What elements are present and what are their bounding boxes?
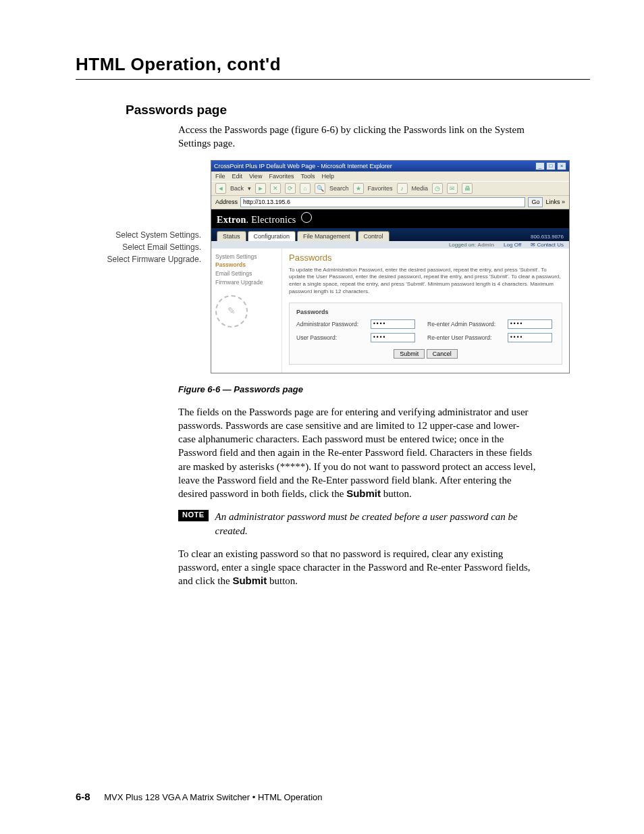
cancel-button[interactable]: Cancel xyxy=(427,349,458,359)
favorites-icon[interactable]: ★ xyxy=(353,183,364,194)
tab-status[interactable]: Status xyxy=(217,231,246,241)
divider xyxy=(76,79,590,80)
admin-password-re-field[interactable] xyxy=(508,319,552,329)
note-text: An administrator password must be create… xyxy=(215,510,536,538)
submit-bold-1: Submit xyxy=(346,488,381,499)
intro-paragraph: Access the Passwords page (figure 6-6) b… xyxy=(178,123,536,151)
paragraph-2: To clear an existing password so that no… xyxy=(178,547,536,588)
figure-caption: Figure 6-6 — Passwords page xyxy=(178,384,590,394)
contact-link[interactable]: Contact Us xyxy=(537,242,564,248)
sidebar-item-passwords[interactable]: Passwords xyxy=(215,261,277,269)
admin-password-field[interactable] xyxy=(371,319,415,329)
note: NOTE An administrator password must be c… xyxy=(178,510,536,538)
tab-configuration[interactable]: Configuration xyxy=(248,231,296,241)
sub-bar: Logged on: Admin Log Off ✉ Contact Us xyxy=(211,241,569,249)
tab-file-management[interactable]: File Management xyxy=(297,231,356,241)
callout-firmware-upgrade: Select Firmware Upgrade. xyxy=(76,253,201,265)
figure-callouts: Select System Settings. Select Email Set… xyxy=(76,229,201,265)
user-password-re-field[interactable] xyxy=(508,333,552,342)
menu-view[interactable]: View xyxy=(249,173,262,180)
mail-icon[interactable]: ✉ xyxy=(447,183,458,194)
submit-bold-2: Submit xyxy=(232,575,267,586)
menu-bar: File Edit View Favorites Tools Help xyxy=(211,172,569,181)
admin-password-label: Administrator Password: xyxy=(296,321,361,328)
minimize-icon[interactable]: _ xyxy=(535,162,545,170)
tab-control[interactable]: Control xyxy=(358,231,390,241)
address-label: Address xyxy=(215,199,238,205)
menu-file[interactable]: File xyxy=(215,173,225,180)
maximize-icon[interactable]: □ xyxy=(546,162,556,170)
links-label[interactable]: Links » xyxy=(545,199,565,205)
browser-window: CrossPoint Plus IP Default Web Page - Mi… xyxy=(211,160,570,373)
menu-tools[interactable]: Tools xyxy=(300,173,315,180)
footer: 6-8 MVX Plus 128 VGA A Matrix Switcher •… xyxy=(76,791,323,803)
print-icon[interactable]: 🖶 xyxy=(462,183,473,194)
refresh-icon[interactable]: ⟳ xyxy=(285,183,296,194)
section-title: Passwords page xyxy=(126,103,590,118)
note-badge: NOTE xyxy=(178,510,209,521)
menu-edit[interactable]: Edit xyxy=(232,173,243,180)
brand-bar: Extron. Electronics xyxy=(211,209,569,228)
passwords-panel: Passwords Administrator Password: Re-ent… xyxy=(289,303,562,365)
sidebar: System Settings Passwords Email Settings… xyxy=(211,249,282,373)
address-input[interactable] xyxy=(240,197,525,207)
figure: Select System Settings. Select Email Set… xyxy=(76,160,590,373)
user-password-re-label: Re-enter User Password: xyxy=(427,334,498,341)
logged-on-label: Logged on: xyxy=(449,242,476,248)
stop-icon[interactable]: ✕ xyxy=(270,183,281,194)
window-titlebar: CrossPoint Plus IP Default Web Page - Mi… xyxy=(211,161,569,172)
media-icon[interactable]: ♪ xyxy=(397,183,408,194)
footer-text: MVX Plus 128 VGA A Matrix Switcher • HTM… xyxy=(104,792,322,802)
media-button[interactable]: Media xyxy=(412,185,429,192)
forward-icon[interactable]: ► xyxy=(255,183,266,194)
admin-password-re-label: Re-enter Admin Password: xyxy=(427,321,498,328)
chapter-title: HTML Operation, cont'd xyxy=(76,54,590,75)
user-password-label: User Password: xyxy=(296,334,361,341)
logoff-link[interactable]: Log Off xyxy=(504,242,521,248)
search-icon[interactable]: 🔍 xyxy=(315,183,325,194)
menu-favorites[interactable]: Favorites xyxy=(269,173,294,180)
page-number: 6-8 xyxy=(76,791,90,802)
submit-button[interactable]: Submit xyxy=(394,349,425,359)
go-button[interactable]: Go xyxy=(528,197,543,207)
paragraph-1: The fields on the Passwords page are for… xyxy=(178,405,536,501)
window-title: CrossPoint Plus IP Default Web Page - Mi… xyxy=(214,163,392,170)
main-panel: Passwords To update the Administration P… xyxy=(282,249,569,373)
search-button[interactable]: Search xyxy=(329,185,349,192)
brand-name-b: Electronics xyxy=(251,215,296,225)
menu-help[interactable]: Help xyxy=(321,173,334,180)
page-heading: Passwords xyxy=(289,253,562,263)
sidebar-item-system-settings[interactable]: System Settings xyxy=(215,253,277,261)
logged-user: Admin xyxy=(477,242,494,248)
close-icon[interactable]: × xyxy=(557,162,566,170)
panel-title: Passwords xyxy=(296,309,555,315)
sidebar-item-firmware-upgrade[interactable]: Firmware Upgrade xyxy=(215,278,277,287)
back-icon[interactable]: ◄ xyxy=(215,183,226,194)
page-explanation: To update the Administration Password, e… xyxy=(289,267,562,296)
globe-icon xyxy=(301,212,312,223)
page-content: Extron. Electronics Status Configuration… xyxy=(211,209,569,373)
tabs-row: Status Configuration File Management Con… xyxy=(211,228,569,241)
phone-number: 800.633.9876 xyxy=(531,234,564,240)
callout-system-settings: Select System Settings. xyxy=(76,229,201,241)
brand-name-a: Extron xyxy=(217,215,246,225)
sidebar-item-email-settings[interactable]: Email Settings xyxy=(215,269,277,278)
toolbar: ◄ Back ▾ ► ✕ ⟳ ⌂ 🔍 Search ★ Favorites ♪ … xyxy=(211,181,569,196)
user-password-field[interactable] xyxy=(371,333,415,342)
callout-email-settings: Select Email Settings. xyxy=(76,241,201,253)
home-icon[interactable]: ⌂ xyxy=(300,183,311,194)
favorites-button[interactable]: Favorites xyxy=(368,185,393,192)
history-icon[interactable]: ◷ xyxy=(432,183,443,194)
back-button[interactable]: Back xyxy=(230,185,244,192)
seal-icon: ✎ xyxy=(215,295,248,328)
address-bar: Address Go Links » xyxy=(211,196,569,209)
